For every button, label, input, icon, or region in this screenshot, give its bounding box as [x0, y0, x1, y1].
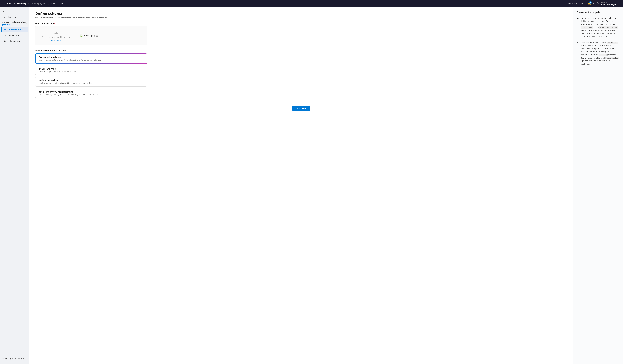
topbar: ⬡ Azure AI Foundry / sample-project ⌄ / … — [0, 0, 623, 7]
user-avatar[interactable]: ☺ — [596, 2, 599, 5]
step1-text-after: to provide explanations, exceptions, rul… — [581, 29, 616, 38]
topbar-project-info: Project sample-project ⌄ — [601, 1, 620, 6]
main-content: Define schema Review fields from selecte… — [29, 7, 573, 364]
management-center-label: Management center — [5, 357, 24, 360]
project-breadcrumb[interactable]: sample-project ⌄ — [31, 2, 47, 4]
uploaded-file-item: ✅ invoice.png 🗑 — [80, 34, 98, 37]
azure-logo-icon: ⬡ — [3, 2, 5, 5]
person-icon: ☺ — [596, 2, 599, 5]
section-label: Content Understanding — [2, 21, 26, 23]
step1-text-mid: . Use — [594, 26, 599, 28]
step2-code3: fixed tables — [605, 57, 619, 59]
drop-zone-text: Drag and drop one file here or — [42, 36, 70, 38]
template-card-image-analysis[interactable]: Image analysis Analyze images to extract… — [35, 65, 147, 75]
step2-code1: value type — [607, 42, 619, 44]
browse-file-link[interactable]: Browse file — [51, 40, 61, 42]
create-button-label: Create — [299, 107, 306, 110]
sidebar-item-overview[interactable]: ⌂ Overview — [1, 14, 28, 20]
breadcrumb-sep1: / — [28, 2, 29, 5]
file-check-icon: ✅ — [80, 34, 83, 37]
all-hubs-link[interactable]: All hubs + projects — [567, 2, 585, 4]
panel-step-1-text: Define your schema by specifying the fie… — [581, 17, 620, 38]
project-section-name: sample-project — [601, 3, 617, 6]
step2-code2: tables — [599, 54, 606, 56]
template-desc-retail-inventory: Retail inventory management for monitori… — [38, 94, 144, 96]
test-analyzer-label: Test analyzer — [8, 34, 20, 37]
settings-button[interactable]: ⚙ — [593, 2, 595, 5]
page-subtitle: Review fields from selected template and… — [35, 17, 567, 19]
gear-icon: ⚙ — [593, 2, 595, 5]
sidebar-toggle-button[interactable]: ⊟ — [0, 8, 29, 13]
required-star: * — [54, 22, 55, 24]
topbar-brand: ⬡ Azure AI Foundry — [3, 2, 26, 5]
app-layout: ⊟ ⌂ Overview Content Understanding PREVI… — [0, 7, 623, 364]
sidebar-section-content-understanding: Content Understanding PREVIEW ▲ — [0, 20, 29, 26]
topbar-right: All hubs + projects 🔔 1 ⚙ ☺ Project samp… — [567, 1, 620, 6]
overview-icon: ⌂ — [3, 16, 6, 18]
notification-badge: 1 — [589, 1, 592, 3]
breadcrumb-sep2: / — [49, 2, 49, 5]
current-page-label: Define schema — [51, 2, 65, 4]
project-section-label: Project — [601, 1, 617, 3]
sidebar-item-build-analyzer[interactable]: ◉ Build analyzer — [1, 38, 28, 44]
preview-badge: PREVIEW — [2, 24, 11, 26]
management-center-button[interactable]: ⇒ Management center — [1, 356, 28, 361]
topbar-icons: 🔔 1 ⚙ ☺ — [588, 2, 599, 5]
build-analyzer-label: Build analyzer — [8, 40, 21, 42]
create-button[interactable]: ✓ Create — [292, 106, 310, 111]
sidebar-item-define-schema[interactable]: ◈ Define schema — [1, 27, 28, 32]
templates-list: Document analysis Analyze documents to e… — [35, 53, 147, 98]
step2-text-after: (groups of fields with common subfields)… — [581, 60, 610, 65]
brand-name: Azure AI Foundry — [6, 2, 26, 5]
upload-section-label: Upload a test file* — [35, 22, 567, 24]
cloud-upload-icon: ☁ — [54, 30, 58, 35]
test-analyzer-icon: ⬡ — [3, 34, 6, 37]
panel-step-2-text: For each field, indicate the value type … — [581, 41, 620, 66]
step1-text-before: Define your schema by specifying the fie… — [581, 17, 617, 25]
build-analyzer-icon: ◉ — [3, 40, 6, 42]
step2-text-before: For each field, indicate the — [581, 41, 607, 44]
sidebar-footer: ⇒ Management center — [0, 354, 29, 363]
template-desc-image-analysis: Analyze images to extract structured fie… — [38, 71, 144, 73]
sidebar: ⊟ ⌂ Overview Content Understanding PREVI… — [0, 7, 29, 364]
template-card-defect-detection[interactable]: Defect detection Identify potential defe… — [35, 77, 147, 87]
section-collapse-icon[interactable]: ▲ — [26, 23, 27, 24]
notification-button[interactable]: 🔔 1 — [588, 2, 591, 5]
upload-area: ☁ Drag and drop one file here or Browse … — [35, 26, 147, 45]
project-name: sample-project — [31, 2, 45, 4]
template-card-retail-inventory[interactable]: Retail inventory management Retail inven… — [35, 88, 147, 98]
panel-step-1: Define your schema by specifying the fie… — [577, 17, 620, 38]
management-center-icon: ⇒ — [2, 357, 4, 360]
checkmark-icon: ✓ — [296, 107, 298, 110]
template-title-document-analysis: Document analysis — [39, 56, 144, 58]
project-chevron-icon: ⌄ — [45, 3, 47, 4]
sidebar-item-test-analyzer[interactable]: ⬡ Test analyzer — [1, 33, 28, 38]
delete-file-button[interactable]: 🗑 — [96, 35, 98, 37]
uploaded-file-name: invoice.png — [84, 35, 95, 37]
panel-steps: Define your schema by specifying the fie… — [577, 17, 620, 66]
define-schema-icon: ◈ — [3, 28, 6, 31]
panel-title: Document analysis — [577, 11, 620, 14]
project-expand-icon[interactable]: ⌄ — [619, 2, 620, 4]
templates-wrapper: Document analysis Analyze documents to e… — [35, 53, 567, 98]
define-schema-label: Define schema — [8, 28, 23, 31]
template-card-document-analysis[interactable]: Document analysis Analyze documents to e… — [35, 53, 147, 64]
bottom-actions: ✓ Create — [35, 103, 567, 113]
template-desc-defect-detection: Identify potential defects in provided i… — [38, 82, 144, 84]
page-title: Define schema — [35, 12, 567, 16]
template-desc-document-analysis: Analyze documents to extract text, layou… — [39, 59, 144, 61]
overview-label: Overview — [8, 16, 17, 18]
help-panel: Document analysis Define your schema by … — [573, 7, 623, 364]
topbar-left: ⬡ Azure AI Foundry / sample-project ⌄ / … — [3, 2, 65, 5]
panel-step-2: For each field, indicate the value type … — [577, 41, 620, 66]
step1-code2: field descriptions — [599, 26, 619, 29]
step1-code1: field names — [581, 26, 593, 29]
uploaded-files-list: ✅ invoice.png 🗑 — [77, 26, 147, 45]
template-title-defect-detection: Defect detection — [38, 79, 144, 81]
templates-section-label: Select one template to start — [35, 49, 567, 52]
file-drop-zone[interactable]: ☁ Drag and drop one file here or Browse … — [36, 26, 77, 45]
template-title-retail-inventory: Retail inventory management — [38, 91, 144, 93]
template-title-image-analysis: Image analysis — [38, 68, 144, 70]
